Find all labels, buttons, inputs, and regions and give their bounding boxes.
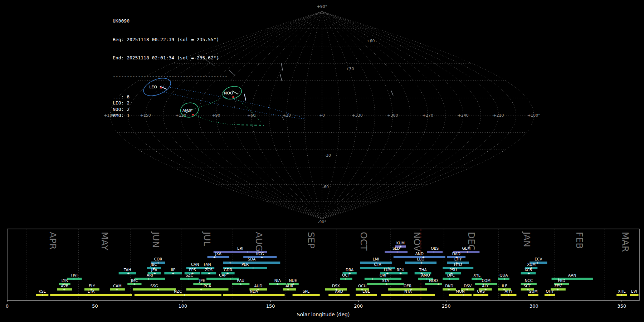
lat-label: +30 (346, 67, 354, 71)
shower-label-PSU: PSU (449, 268, 457, 272)
station-id: UK0090 (113, 18, 228, 24)
shower-label-CAM: CAM (113, 284, 122, 288)
month-label-MAY: MAY (99, 232, 110, 251)
shower-label-GEM: GEM (462, 246, 471, 250)
month-label-JUN: JUN (151, 231, 161, 248)
shower-label-JXA: JXA (215, 252, 221, 256)
shower-peak-ALY: + (484, 288, 487, 291)
shower-label-ORI: ORI (380, 273, 386, 277)
shower-label-JMC: JMC (131, 278, 138, 283)
shower-peak-GDR: + (226, 272, 229, 275)
shower-label-ELY: ELY (89, 284, 95, 288)
shower-label-FAN: FAN (204, 262, 211, 267)
shower-label-URS: URS (477, 289, 485, 293)
x-tick-label: 200 (354, 303, 363, 309)
shower-peak-COR: + (157, 261, 160, 264)
month-label-OCT: OCT (358, 232, 369, 251)
shower-peak-EGE: + (366, 293, 369, 297)
noo-path (235, 97, 260, 122)
observation-begin: Beg: 20251118 00:22:39 (sol = 235.55°) (113, 36, 228, 43)
shower-label-IIP: IIP (171, 268, 176, 272)
shower-label-OCT: OCT (342, 273, 350, 277)
shower-label-HVI: HVI (71, 273, 78, 277)
shower-label-EHY: EHY (454, 257, 462, 261)
meteor-trail (229, 70, 235, 75)
shower-label-AVB: AVB (61, 284, 68, 288)
shower-peak-ARD: + (338, 293, 341, 297)
shower-label-NUE: NUE (289, 278, 297, 283)
shower-peak-SPE: + (300, 293, 303, 297)
shower-label-NOO: NOO (429, 278, 438, 283)
shower-label-ZCS: ZCS (205, 268, 213, 272)
month-label-NOV: NOV (412, 232, 422, 252)
lon-label: +180° (527, 113, 540, 118)
month-label-JAN: JAN (522, 231, 532, 247)
shower-label-STA: STA (382, 278, 389, 283)
shower-label-COM: COM (482, 278, 491, 283)
x-tick-label: 0 (6, 303, 9, 309)
shower-bar-HYD (443, 267, 473, 269)
shower-label-CAP: CAP (219, 273, 226, 277)
count-...: ...: 6 (113, 94, 228, 100)
x-axis-title: Solar longitude (deg) (297, 312, 350, 317)
shower-label-AND: AND (415, 252, 424, 256)
shower-peak-JXA: + (213, 255, 216, 259)
shower-peak-TAH: + (127, 272, 130, 275)
shower-peak-SLD: + (396, 250, 399, 254)
shower-peak-ERI: + (247, 250, 249, 254)
shower-bar-NZC (135, 294, 221, 296)
shower-peak-NTA: + (403, 293, 406, 297)
shower-label-AHY: AHY (505, 289, 513, 293)
shower-peak-JPE: + (200, 282, 203, 286)
shower-peak-ORI: + (371, 277, 374, 280)
shower-peak-AHY: + (507, 293, 510, 297)
shower-peak-NDA: + (250, 293, 253, 297)
shower-label-PAU: PAU (237, 278, 245, 283)
shower-label-AMO: AMO (421, 273, 430, 277)
lon-label: +240 (458, 113, 469, 118)
lat-label: -30 (325, 153, 331, 158)
lon-label: +300 (387, 113, 398, 118)
shower-peak-XHE: + (620, 293, 623, 297)
shower-label-SPE: SPE (303, 289, 310, 293)
shower-peak-OBS: + (433, 250, 435, 254)
shower-label-COR: COR (154, 257, 162, 261)
shower-peak-QUA: + (503, 277, 506, 280)
meteor-trail (391, 91, 393, 96)
shower-label-LUM: LUM (384, 268, 392, 272)
lon-label: +60 (247, 113, 255, 118)
lon-label: +210 (493, 113, 504, 118)
x-tick-label: 350 (618, 303, 626, 309)
shower-peak-DSV: + (466, 288, 469, 291)
shower-peak-ETA: + (86, 293, 89, 297)
lon-label: +0 (319, 113, 325, 118)
shower-label-ARI: ARI (147, 273, 153, 277)
shower-label-FEV: FEV (555, 284, 562, 288)
shower-label-ARD: ARD (335, 289, 343, 293)
shower-label-ILE: ILE (502, 284, 507, 288)
shower-peak-FEV: + (556, 288, 559, 291)
shower-peak-CAM: + (116, 288, 118, 291)
shower-bar-SDA (223, 262, 280, 264)
shower-peak-KSE: + (41, 293, 44, 297)
shower-label-OCU: OCU (358, 284, 366, 288)
shower-peak-SSG: + (157, 288, 160, 291)
shower-peak-XCB: + (527, 272, 530, 275)
shower-peak-SDA: + (229, 261, 232, 264)
shower-label-HYD: HYD (454, 262, 462, 267)
shower-peak-ECV: + (536, 261, 539, 264)
shower-peak-HVI: + (73, 277, 75, 280)
radiant-dot-NOO (232, 96, 234, 98)
shower-label-NDA: NDA (250, 289, 258, 293)
shower-peak-AUR: + (287, 288, 290, 291)
month-label-JUL: JUL (202, 231, 212, 246)
shower-label-SCC: SCC (523, 284, 531, 288)
shower-peak-GUM: + (532, 293, 535, 297)
shower-peak-ZCS: + (208, 272, 211, 275)
shower-bar-NDA (223, 294, 285, 296)
shower-label-JPE: JPE (199, 278, 205, 283)
month-label-APR: APR (48, 232, 58, 250)
x-tick-label: 250 (442, 303, 451, 309)
shower-peak-MON: + (462, 293, 465, 297)
shower-peak-ARI: + (147, 277, 150, 280)
